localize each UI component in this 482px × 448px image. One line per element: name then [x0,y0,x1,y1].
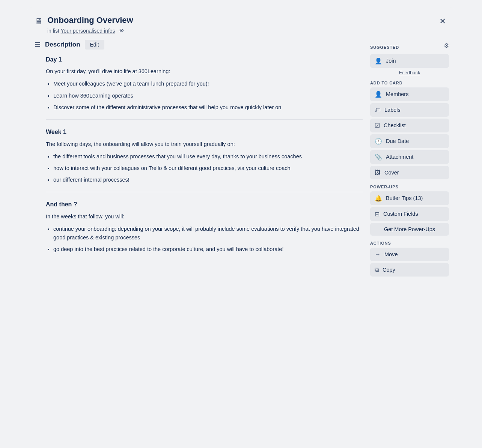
power-ups-label: POWER-UPS [370,185,449,189]
labels-icon: 🏷 [375,107,381,113]
modal-body: ☰ Description Edit Day 1 On your first d… [35,40,449,394]
description-header: ☰ Description Edit [35,40,363,50]
attachment-icon: 📎 [375,153,382,161]
custom-fields-button[interactable]: ⊟ Custom Fields [370,207,449,221]
description-content: Day 1 On your first day, you'll dive int… [35,55,363,254]
custom-fields-label: Custom Fields [383,211,418,217]
get-more-button[interactable]: Get More Power-Ups [370,223,449,236]
copy-button[interactable]: ⧉ Copy [370,263,449,277]
members-icon: 👤 [375,91,382,98]
labels-label: Labels [384,107,401,113]
description-title: Description [45,41,80,48]
gear-icon[interactable]: ⚙ [444,42,449,49]
section-divider [46,119,363,120]
members-label: Members [386,91,408,97]
close-button[interactable]: ✕ [436,15,449,28]
list-item: our different internal processes! [53,176,363,184]
section-bullets-andthen: continue your onboarding: depending on y… [46,225,363,254]
header-text: Onboarding Overview in list Your persona… [47,15,449,34]
butler-tips-label: Butler Tips (13) [386,195,423,201]
attachment-button[interactable]: 📎 Attachment [370,150,449,164]
checklist-icon: ☑ [375,122,380,129]
clock-icon: 🕐 [375,138,382,145]
person-icon: 👤 [375,57,382,65]
section-divider-2 [46,192,363,192]
section-heading-andthen: And then ? [46,200,363,209]
list-item: go deep into the best practices related … [53,245,363,254]
copy-icon: ⧉ [375,266,379,273]
list-item: continue your onboarding: depending on y… [53,225,363,242]
join-label: Join [386,58,396,64]
section-intro-andthen: In the weeks that follow, you will: [46,212,363,221]
list-name-link[interactable]: Your personalised infos [61,28,115,34]
main-content: ☰ Description Edit Day 1 On your first d… [35,40,363,394]
feedback-link[interactable]: Feedback [370,70,449,75]
butler-tips-button[interactable]: 🔔 Butler Tips (13) [370,191,449,205]
cover-icon: 🖼 [375,169,381,176]
card-modal: 🖥 Onboarding Overview in list Your perso… [27,8,455,401]
list-item: Discover some of the different administr… [53,103,363,112]
section-heading-week1: Week 1 [46,127,363,137]
subtitle-pre: in list [47,28,59,34]
join-button[interactable]: 👤 Join [370,54,449,68]
modal-header: 🖥 Onboarding Overview in list Your perso… [35,15,449,34]
list-item: the different tools and business process… [53,152,363,161]
cover-button[interactable]: 🖼 Cover [370,166,449,179]
list-item: Learn how 360Learning operates [53,92,363,100]
card-title: Onboarding Overview [47,15,449,26]
butler-icon: 🔔 [375,195,382,202]
section-intro-day1: On your first day, you'll dive into life… [46,67,363,76]
move-label: Move [384,251,398,257]
section-heading-day1: Day 1 [46,55,363,65]
monitor-icon: 🖥 [35,17,43,26]
checklist-label: Checklist [384,122,406,128]
due-date-label: Due Date [386,138,409,144]
section-intro-week1: The following days, the onboarding will … [46,140,363,149]
labels-button[interactable]: 🏷 Labels [370,103,449,117]
sidebar: SUGGESTED ⚙ 👤 Join Feedback ADD TO CARD … [370,40,449,394]
actions-label: ACTIONS [370,241,449,245]
move-icon: → [375,251,381,258]
list-item: how to interact with your colleagues on … [53,164,363,173]
eye-icon[interactable]: 👁 [119,27,124,34]
attachment-label: Attachment [386,154,413,160]
suggested-label: SUGGESTED [370,45,399,50]
edit-button[interactable]: Edit [85,40,104,50]
card-subtitle: in list Your personalised infos 👁 [47,27,449,34]
section-bullets-day1: Meet your colleagues (we've got a team-l… [46,80,363,112]
custom-fields-icon: ⊟ [375,210,380,218]
due-date-button[interactable]: 🕐 Due Date [370,134,449,148]
members-button[interactable]: 👤 Members [370,87,449,101]
add-to-card-label: ADD TO CARD [370,81,449,85]
cover-label: Cover [384,170,399,176]
section-bullets-week1: the different tools and business process… [46,152,363,185]
copy-label: Copy [383,267,395,273]
suggested-header: SUGGESTED ⚙ [370,40,449,52]
list-item: Meet your colleagues (we've got a team-l… [53,80,363,88]
hamburger-icon[interactable]: ☰ [35,41,41,49]
checklist-button[interactable]: ☑ Checklist [370,119,449,132]
move-button[interactable]: → Move [370,248,449,261]
